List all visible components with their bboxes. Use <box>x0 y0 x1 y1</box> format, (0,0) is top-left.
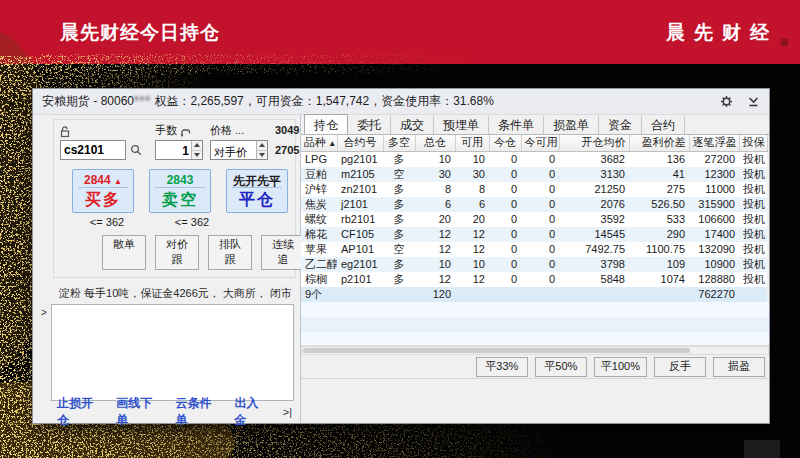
table-cell: 0 <box>489 182 521 197</box>
table-cell: 132090 <box>689 242 739 257</box>
table-cell: 投机 <box>739 227 767 242</box>
qty-down-icon[interactable] <box>192 150 202 160</box>
table-cell: 0 <box>489 272 521 287</box>
table-cell: 12300 <box>689 167 739 182</box>
column-header-合约号[interactable]: 合约号 <box>337 135 383 151</box>
tab-合约[interactable]: 合约 <box>642 116 685 134</box>
table-cell: 豆粕 <box>301 167 337 182</box>
table-row[interactable]: 焦炭j2101多66002076526.50315900投机 <box>301 197 767 212</box>
table-cell: 0 <box>521 227 559 242</box>
quantity-stepper[interactable]: 1 <box>155 140 203 160</box>
quick-order-buttons: 散单对价跟排队跟连续追 <box>102 235 288 270</box>
contract-info: 淀粉 每手10吨，保证金4266元， 大商所， 闭市 <box>59 286 296 301</box>
table-row[interactable]: 豆粕m2105空30300031304112300投机 <box>301 167 767 182</box>
table-cell: pg2101 <box>337 151 383 167</box>
column-header-逐笔浮盈[interactable]: 逐笔浮盈 <box>689 135 739 151</box>
table-cell: 12 <box>455 242 489 257</box>
link-云条件单[interactable]: 云条件单 <box>175 395 219 429</box>
link-出入金[interactable]: 出入金 <box>235 395 268 429</box>
table-cell: 多 <box>383 212 415 227</box>
horizontal-scrollbar[interactable] <box>301 346 769 355</box>
price-down-spin-icon[interactable] <box>257 150 267 160</box>
action-button-平50%[interactable]: 平50% <box>535 357 587 377</box>
price-type-select[interactable]: 对手价 <box>210 140 268 160</box>
scrollbar-thumb[interactable] <box>303 348 690 353</box>
table-cell: 多 <box>383 227 415 242</box>
table-row[interactable]: LPGpg2101多101000368213627200投机 <box>301 151 767 167</box>
message-box[interactable] <box>51 304 294 401</box>
price-type-value: 对手价 <box>211 141 256 159</box>
contract-input[interactable] <box>60 140 126 160</box>
column-header-今仓[interactable]: 今仓 <box>489 135 521 151</box>
tab-持仓[interactable]: 持仓 <box>304 114 348 134</box>
column-header-投保[interactable]: 投保 <box>739 135 767 151</box>
link-画线下单[interactable]: 画线下单 <box>116 395 160 429</box>
table-row[interactable]: 棉花CF105多1212001454529017400投机 <box>301 227 767 242</box>
column-header-可用[interactable]: 可用 <box>455 135 489 151</box>
collapse-window-icon[interactable] <box>747 95 760 108</box>
table-row[interactable]: 沪锌zn2101多88002125027511000投机 <box>301 182 767 197</box>
tab-委托[interactable]: 委托 <box>348 116 391 134</box>
quick-button-连续追[interactable]: 连续追 <box>261 235 305 270</box>
table-cell: 275 <box>629 182 689 197</box>
link-止损开仓[interactable]: 止损开仓 <box>57 395 101 429</box>
table-cell: 8 <box>415 182 455 197</box>
panel-collapse-icon[interactable]: > <box>37 304 51 401</box>
table-row[interactable]: 螺纹rb2101多2020003592533106600投机 <box>301 212 767 227</box>
gear-icon[interactable] <box>720 95 733 108</box>
sell-max-label: <= 362 <box>157 216 227 228</box>
column-header-盈利价差[interactable]: 盈利价差 <box>629 135 689 151</box>
search-icon[interactable] <box>130 144 142 156</box>
tab-损盈单[interactable]: 损盈单 <box>544 116 599 134</box>
table-cell: 0 <box>489 257 521 272</box>
tab-成交[interactable]: 成交 <box>391 116 434 134</box>
lock-open-icon[interactable] <box>60 126 148 139</box>
action-button-损盈[interactable]: 损盈 <box>713 357 765 377</box>
tab-条件单[interactable]: 条件单 <box>489 116 544 134</box>
column-header-开仓均价[interactable]: 开仓均价 <box>559 135 629 151</box>
action-button-反手[interactable]: 反手 <box>654 357 706 377</box>
summary-cell <box>559 287 629 302</box>
price-up-spin-icon[interactable] <box>257 141 267 150</box>
table-cell: 棉花 <box>301 227 337 242</box>
tab-资金[interactable]: 资金 <box>599 116 642 134</box>
table-cell: 多 <box>383 182 415 197</box>
quick-button-对价跟[interactable]: 对价跟 <box>155 235 199 270</box>
sell-short-button[interactable]: 2843 卖空 <box>149 169 211 213</box>
table-cell: LPG <box>301 151 337 167</box>
column-header-总仓[interactable]: 总仓 <box>415 135 455 151</box>
close-position-button[interactable]: 先开先平 平仓 <box>226 169 288 213</box>
table-cell: 533 <box>629 212 689 227</box>
table-cell: 0 <box>521 272 559 287</box>
table-cell: 投机 <box>739 182 767 197</box>
summary-cell <box>489 287 521 302</box>
action-button-平100%[interactable]: 平100% <box>594 357 647 377</box>
table-cell: 526.50 <box>629 197 689 212</box>
quick-button-散单[interactable]: 散单 <box>102 235 146 270</box>
table-row[interactable]: 棕榈p2101多12120058481074128880投机 <box>301 272 767 287</box>
quantity-value: 1 <box>156 141 191 159</box>
quick-button-排队跟[interactable]: 排队跟 <box>208 235 252 270</box>
table-row[interactable]: 乙二醇eg2101多101000379810910900投机 <box>301 257 767 272</box>
table-cell: 136 <box>629 151 689 167</box>
buy-long-button[interactable]: 2844 ▲ 买多 <box>72 169 134 213</box>
tab-预埋单[interactable]: 预埋单 <box>434 116 489 134</box>
table-cell: 10900 <box>689 257 739 272</box>
summary-cell: 9个 <box>301 287 337 302</box>
summary-cell <box>629 287 689 302</box>
action-button-平33%[interactable]: 平33% <box>476 357 528 377</box>
table-cell: p2101 <box>337 272 383 287</box>
table-row[interactable]: 苹果AP101空1212007492.751100.75132090投机 <box>301 242 767 257</box>
column-header-多空[interactable]: 多空 <box>383 135 415 151</box>
table-cell: 17400 <box>689 227 739 242</box>
table-cell: 0 <box>521 197 559 212</box>
qty-cycle-icon[interactable] <box>180 128 191 138</box>
panel-expand-icon[interactable]: >| <box>283 406 292 418</box>
column-header-品种[interactable]: 品种 ▲ <box>301 135 337 151</box>
qty-up-icon[interactable] <box>192 141 202 150</box>
buy-max-label: <= 362 <box>72 216 142 228</box>
table-cell: 0 <box>489 212 521 227</box>
tab-bar: 持仓委托成交预埋单条件单损盈单资金合约 <box>301 115 769 135</box>
banner-title-right: 晨先财经 <box>666 20 778 46</box>
column-header-今可用[interactable]: 今可用 <box>521 135 559 151</box>
